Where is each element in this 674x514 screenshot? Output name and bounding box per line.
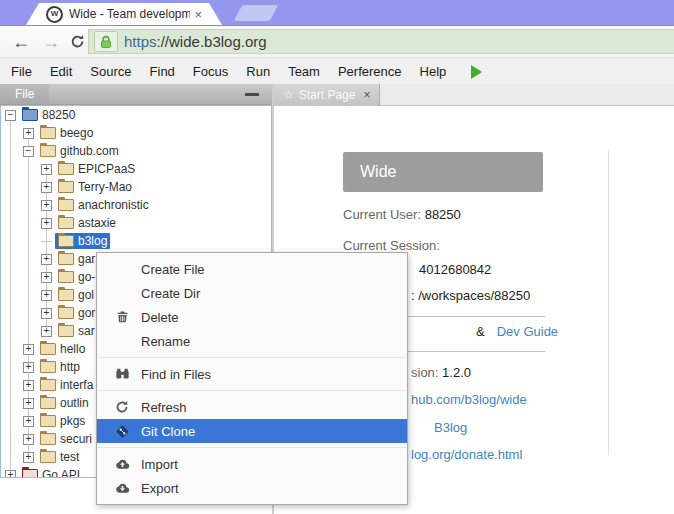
context-menu-item-label: Import bbox=[141, 457, 178, 472]
context-menu-item-label: Export bbox=[141, 481, 179, 496]
node-box: EPICPaaS bbox=[55, 161, 138, 177]
selected-node-box: b3log bbox=[55, 233, 110, 249]
expand-icon[interactable]: + bbox=[41, 254, 52, 265]
context-menu-item-delete[interactable]: Delete bbox=[97, 305, 407, 329]
tree-node-anachronistic[interactable]: +anachronistic bbox=[1, 196, 271, 214]
cloud-download-icon bbox=[112, 481, 132, 495]
expand-icon[interactable]: + bbox=[41, 182, 52, 193]
node-box: outlin bbox=[37, 395, 92, 411]
expand-icon[interactable]: + bbox=[23, 434, 34, 445]
expand-icon[interactable]: + bbox=[23, 380, 34, 391]
tree-node-label: pkgs bbox=[60, 414, 85, 428]
tree-node-label: securi bbox=[60, 432, 92, 446]
collapse-icon[interactable]: − bbox=[23, 146, 34, 157]
tree-node-label: test bbox=[60, 450, 79, 464]
team-link-fragment[interactable]: B3log bbox=[434, 420, 467, 435]
tree-node-label: gol bbox=[78, 288, 94, 302]
context-menu-item-find-in-files[interactable]: Find in Files bbox=[97, 362, 407, 386]
tree-node-b3log[interactable]: b3log bbox=[1, 232, 271, 250]
tree-node-label: beego bbox=[60, 126, 93, 140]
folder-icon bbox=[58, 289, 74, 301]
wide-banner: Wide bbox=[343, 152, 543, 192]
expand-icon[interactable]: + bbox=[23, 362, 34, 373]
tree-node-label: http bbox=[60, 360, 80, 374]
node-box: sar bbox=[55, 323, 98, 339]
version-label-fragment: sion: bbox=[411, 365, 438, 380]
node-box: 88250 bbox=[19, 107, 78, 123]
folder-icon bbox=[40, 145, 56, 157]
tree-node-label: gar bbox=[78, 252, 95, 266]
node-box: anachronistic bbox=[55, 197, 152, 213]
tree-node-github-com[interactable]: −github.com bbox=[1, 142, 271, 160]
node-box: Go API bbox=[19, 467, 83, 478]
folder-icon bbox=[40, 397, 56, 409]
current-user-line: Current User: 88250 bbox=[343, 207, 461, 222]
expand-icon[interactable]: + bbox=[41, 272, 52, 283]
tree-node-88250[interactable]: −88250 bbox=[1, 106, 271, 124]
context-menu-item-rename[interactable]: Rename bbox=[97, 329, 407, 353]
version-value: 1.2.0 bbox=[442, 365, 471, 380]
folder-icon bbox=[40, 361, 56, 373]
context-menu-item-refresh[interactable]: Refresh bbox=[97, 395, 407, 419]
tree-node-label: gor bbox=[78, 306, 95, 320]
trash-icon bbox=[112, 310, 132, 324]
tree-node-terry-mao[interactable]: +Terry-Mao bbox=[1, 178, 271, 196]
tree-node-label: Go API bbox=[42, 468, 80, 478]
expand-icon[interactable]: + bbox=[41, 218, 52, 229]
column-divider bbox=[608, 150, 609, 455]
tree-node-astaxie[interactable]: +astaxie bbox=[1, 214, 271, 232]
expand-icon[interactable]: + bbox=[41, 164, 52, 175]
node-box: test bbox=[37, 449, 82, 465]
expand-icon[interactable]: + bbox=[41, 308, 52, 319]
expand-icon[interactable]: + bbox=[23, 416, 34, 427]
expand-icon[interactable]: + bbox=[23, 452, 34, 463]
folder-icon bbox=[58, 163, 74, 175]
context-menu-item-import[interactable]: Import bbox=[97, 452, 407, 476]
cloud-upload-icon bbox=[112, 457, 132, 471]
expand-icon[interactable]: + bbox=[23, 128, 34, 139]
expand-icon[interactable]: + bbox=[23, 398, 34, 409]
context-menu-item-label: Find in Files bbox=[141, 367, 211, 382]
context-menu-item-label: Rename bbox=[141, 334, 190, 349]
context-menu-item-git-clone[interactable]: Git Clone bbox=[97, 419, 407, 443]
binoculars-icon bbox=[112, 367, 132, 381]
folder-icon bbox=[40, 415, 56, 427]
folder-icon bbox=[58, 217, 74, 229]
expand-icon[interactable]: + bbox=[23, 344, 34, 355]
node-box: http bbox=[37, 359, 83, 375]
dev-guide-link[interactable]: Dev Guide bbox=[497, 324, 558, 339]
folder-icon bbox=[58, 199, 74, 211]
tree-node-label: 88250 bbox=[42, 108, 75, 122]
collapse-icon[interactable]: − bbox=[5, 110, 16, 121]
tree-node-label: interfa bbox=[60, 378, 93, 392]
folder-icon bbox=[40, 127, 56, 139]
expand-icon[interactable]: + bbox=[41, 200, 52, 211]
tree-node-label: Terry-Mao bbox=[78, 180, 132, 194]
tree-connector bbox=[41, 241, 52, 242]
node-box: gol bbox=[55, 287, 97, 303]
tree-node-label: b3log bbox=[78, 234, 107, 248]
donate-link-fragment[interactable]: log.org/donate.html bbox=[411, 447, 522, 462]
folder-icon bbox=[22, 469, 38, 478]
repo-link-fragment[interactable]: hub.com/b3log/wide bbox=[411, 392, 527, 407]
git-icon bbox=[112, 424, 132, 439]
context-menu-separator bbox=[98, 390, 406, 391]
session-id-fragment: 4012680842 bbox=[419, 262, 491, 277]
current-session-label: Current Session: bbox=[343, 238, 440, 253]
tree-node-label: EPICPaaS bbox=[78, 162, 135, 176]
context-menu-item-create-file[interactable]: Create File bbox=[97, 257, 407, 281]
expand-icon[interactable]: + bbox=[41, 290, 52, 301]
tree-node-label: github.com bbox=[60, 144, 119, 158]
context-menu-item-create-dir[interactable]: Create Dir bbox=[97, 281, 407, 305]
tree-node-epicpaas[interactable]: +EPICPaaS bbox=[1, 160, 271, 178]
tree-node-label: anachronistic bbox=[78, 198, 149, 212]
version-line: sion: 1.2.0 bbox=[411, 365, 471, 380]
folder-icon bbox=[40, 433, 56, 445]
expand-icon[interactable]: + bbox=[5, 470, 16, 479]
expand-icon[interactable]: + bbox=[41, 326, 52, 337]
tree-node-beego[interactable]: +beego bbox=[1, 124, 271, 142]
folder-icon bbox=[58, 325, 74, 337]
context-menu-item-export[interactable]: Export bbox=[97, 476, 407, 500]
folder-icon bbox=[40, 379, 56, 391]
folder-icon bbox=[40, 343, 56, 355]
